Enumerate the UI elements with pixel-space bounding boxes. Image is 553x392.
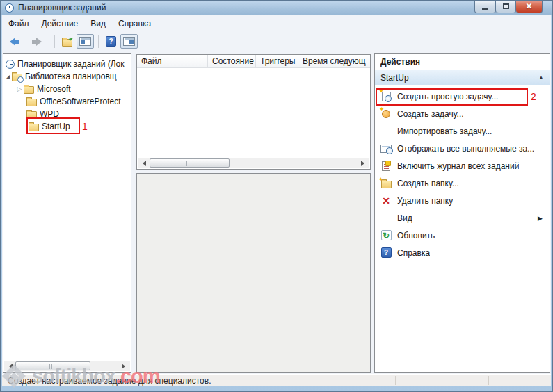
folder-clock-icon xyxy=(12,74,22,81)
status-bar: Создает настраиваемое задание для специа… xyxy=(2,374,551,386)
minimize-icon xyxy=(482,8,488,10)
actions-panel: Действия StartUp ▲ Создать простую задач… xyxy=(374,53,550,373)
column-header-next-run-time[interactable]: Время следующ xyxy=(298,55,370,67)
folder-icon xyxy=(24,86,34,94)
tree-item-scheduler-library[interactable]: ◢ Библиотека планировщ xyxy=(3,70,131,83)
menu-help[interactable]: Справка xyxy=(112,17,157,31)
action-import-task[interactable]: Импортировать задачу... xyxy=(375,122,550,140)
running-tasks-icon xyxy=(380,145,392,153)
folder-icon xyxy=(26,99,37,106)
delete-x-icon: ✕ xyxy=(382,196,390,206)
action-help[interactable]: ? Справка xyxy=(375,244,550,261)
titlebar: Планировщик заданий xyxy=(0,0,553,15)
column-header-file[interactable]: Файл xyxy=(137,55,208,67)
folder-export-icon xyxy=(62,39,72,47)
task-list-panel: Файл Состояние Триггеры Время следующ xyxy=(136,54,371,170)
task-list-header: Файл Состояние Триггеры Время следующ xyxy=(137,55,370,68)
tree-item-microsoft[interactable]: ▷ Microsoft xyxy=(3,83,131,95)
list-horizontal-scrollbar[interactable] xyxy=(138,158,369,168)
help-icon: ? xyxy=(381,247,392,258)
collapse-chevron-icon[interactable]: ▲ xyxy=(538,74,544,81)
annotation-number-1: 1 xyxy=(82,121,88,132)
back-button[interactable] xyxy=(7,34,28,49)
forward-arrow-icon xyxy=(32,37,47,47)
submenu-arrow-icon: ▶ xyxy=(538,215,543,222)
close-button[interactable]: ✕ xyxy=(516,0,543,13)
window-controls: ✕ xyxy=(474,0,543,13)
status-divider xyxy=(488,376,489,385)
console-tree-panel: Планировщик заданий (Лок ◢ Библиотека пл… xyxy=(3,53,131,373)
help-icon: ? xyxy=(106,36,116,47)
console-tree-icon xyxy=(79,37,91,46)
annotation-box-startup xyxy=(26,117,80,134)
close-icon: ✕ xyxy=(525,2,532,10)
journal-icon xyxy=(382,161,390,171)
menu-bar: Файл Действие Вид Справка xyxy=(2,15,551,32)
annotation-box-create-basic-task xyxy=(376,88,528,106)
scrollbar-thumb[interactable] xyxy=(15,361,90,370)
refresh-icon: ↻ xyxy=(381,230,392,240)
maximize-icon xyxy=(503,3,509,9)
expander-collapsed-icon[interactable]: ▷ xyxy=(15,85,24,92)
column-header-state[interactable]: Состояние xyxy=(208,55,256,67)
task-scheduler-clock-icon xyxy=(5,3,14,13)
column-header-triggers[interactable]: Триггеры xyxy=(256,55,298,67)
action-delete-folder[interactable]: ✕ Удалить папку xyxy=(375,192,550,209)
minimize-button[interactable] xyxy=(474,0,496,13)
action-pane-icon xyxy=(123,37,135,46)
annotation-number-2: 2 xyxy=(531,91,536,102)
show-action-pane-button[interactable] xyxy=(120,34,138,49)
action-view[interactable]: Вид ▶ xyxy=(375,209,550,227)
scroll-left-icon[interactable] xyxy=(138,158,148,168)
menu-view[interactable]: Вид xyxy=(84,17,112,31)
scrollbar-thumb[interactable] xyxy=(150,158,230,168)
forward-button[interactable] xyxy=(29,34,50,49)
new-folder-icon xyxy=(381,181,392,188)
action-enable-task-history[interactable]: Включить журнал всех заданий xyxy=(375,157,550,174)
menu-file[interactable]: Файл xyxy=(2,17,35,31)
status-divider xyxy=(395,376,396,385)
task-preview-pane xyxy=(136,173,371,373)
maximize-button[interactable] xyxy=(496,0,516,13)
actions-group-startup[interactable]: StartUp ▲ xyxy=(375,70,550,85)
show-console-tree-button[interactable] xyxy=(77,34,94,49)
back-arrow-icon xyxy=(10,37,25,47)
help-button[interactable]: ? xyxy=(103,33,119,49)
toolbar-separator xyxy=(54,35,55,48)
clock-icon xyxy=(6,60,15,69)
status-text: Создает настраиваемое задание для специа… xyxy=(8,376,211,386)
tree-item-task-scheduler-root[interactable]: Планировщик заданий (Лок xyxy=(3,58,131,70)
action-display-running-tasks[interactable]: Отображать все выполняемые за... xyxy=(375,140,550,157)
toolbar-separator xyxy=(98,35,99,48)
create-task-icon xyxy=(382,110,390,118)
action-new-folder[interactable]: Создать папку... xyxy=(375,174,550,192)
window-title: Планировщик заданий xyxy=(18,3,106,13)
toolbar: ? xyxy=(2,32,551,51)
actions-panel-title: Действия xyxy=(375,54,550,70)
scroll-left-icon[interactable] xyxy=(4,361,15,371)
menu-action[interactable]: Действие xyxy=(35,17,85,31)
tree-horizontal-scrollbar[interactable] xyxy=(4,361,130,371)
expander-expanded-icon[interactable]: ◢ xyxy=(3,74,12,80)
scroll-right-icon[interactable] xyxy=(120,361,130,371)
export-list-button[interactable] xyxy=(59,34,75,49)
action-create-task[interactable]: Создать задачу... xyxy=(375,105,550,122)
action-refresh[interactable]: ↻ Обновить xyxy=(375,227,550,244)
scroll-right-icon[interactable] xyxy=(359,158,369,168)
tree-item-officesoftwareprotect[interactable]: OfficeSoftwareProtect xyxy=(3,95,131,108)
